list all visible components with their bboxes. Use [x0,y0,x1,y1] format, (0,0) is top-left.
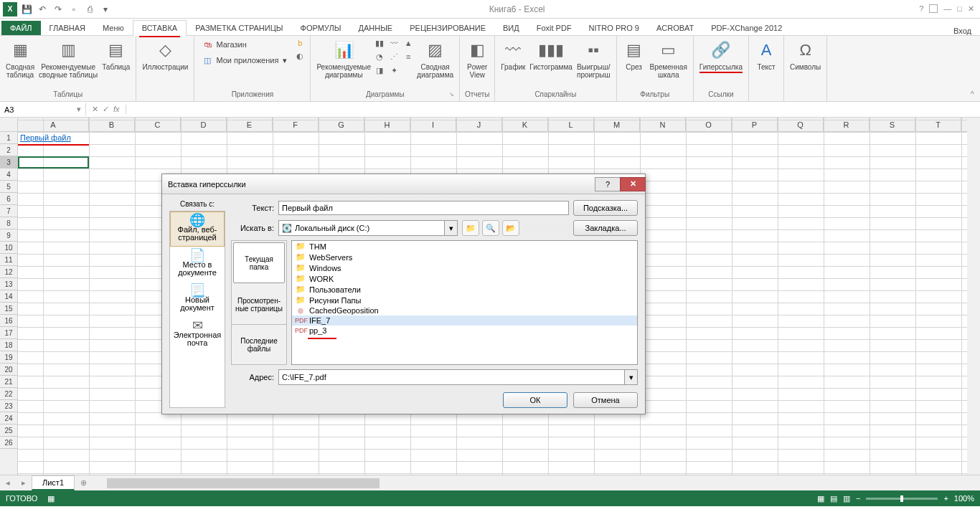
file-item[interactable]: 📁Пользователи [292,284,637,295]
tab-current-folder[interactable]: Текущая папка [233,242,285,283]
file-item[interactable]: ◎CachedGeoposition [292,305,637,315]
people-icon[interactable]: ◐ [294,50,306,62]
file-item[interactable]: 📁Рисунки Папы [292,295,637,305]
redo-icon[interactable]: ↷ [52,3,65,16]
tab-insert[interactable]: ВСТАВКА [133,20,187,36]
radar-chart-icon[interactable]: ✦ [388,65,400,76]
row-header[interactable]: 16 [0,315,17,327]
collapse-ribbon-icon[interactable]: ^ [965,87,980,101]
dialog-close-icon[interactable]: ✕ [620,177,646,191]
illustrations-button[interactable]: ◇Иллюстрации [141,37,189,72]
charts-launcher-icon[interactable]: ↘ [449,91,458,100]
row-header[interactable]: 6 [0,193,17,205]
sparkline-winloss-button[interactable]: ▪▪Выигрыш/ проигрыш [575,37,612,80]
address-combo[interactable]: C:\IFE_7.pdf▾ [278,369,638,385]
table-button[interactable]: ▤Таблица [100,37,131,72]
fx-icon[interactable]: fx [113,105,120,114]
pivot-table-button[interactable]: ▦Сводная таблица [4,37,36,80]
view-layout-icon[interactable]: ▤ [830,494,837,503]
row-header[interactable]: 15 [0,303,17,315]
row-header[interactable]: 17 [0,327,17,339]
enter-formula-icon[interactable]: ✓ [103,105,109,114]
save-icon[interactable]: 💾 [20,3,33,16]
row-header[interactable]: 7 [0,205,17,217]
dialog-titlebar[interactable]: Вставка гиперссылки ? ✕ [162,174,645,194]
line-chart-icon[interactable]: 〰 [388,37,400,49]
stock-chart-icon[interactable]: ≡ [402,51,414,62]
zoom-in-icon[interactable]: + [943,494,948,503]
pivot-chart-button[interactable]: ▨Сводная диаграмма [415,37,455,80]
file-item[interactable]: PDFIFE_7 [292,315,637,326]
tab-menu[interactable]: Меню [94,21,133,35]
qat-dropdown-icon[interactable]: ▾ [99,3,112,16]
formula-input[interactable] [126,108,980,111]
link-to-place[interactable]: 📄Место в документе [170,247,225,282]
link-to-file[interactable]: 🌐Файл, веб- страницей [170,212,225,247]
row-header[interactable]: 8 [0,217,17,229]
vertical-scrollbar[interactable] [967,118,980,475]
print-icon[interactable]: ⎙ [83,3,96,16]
tab-acrobat[interactable]: ACROBAT [648,21,702,35]
tab-recent-files[interactable]: Последние файлы [232,325,286,364]
row-header[interactable]: 19 [0,351,17,364]
zoom-level[interactable]: 100% [954,494,974,503]
row-header[interactable]: 14 [0,290,17,303]
file-list[interactable]: 📁THM📁WebServers📁Windows📁WORK📁Пользовател… [291,240,638,365]
tab-browsed-pages[interactable]: Просмотрен- ные страницы [232,285,286,325]
row-header[interactable]: 4 [0,169,17,181]
row-header[interactable]: 13 [0,278,17,290]
row-header[interactable]: 11 [0,254,17,266]
tab-file[interactable]: ФАЙЛ [1,21,41,35]
tab-pdfx[interactable]: PDF-XChange 2012 [702,21,791,35]
cell-a1[interactable]: Первый файл [18,132,89,144]
tab-view[interactable]: ВИД [494,21,528,35]
macro-icon[interactable]: ▦ [47,494,55,503]
horizontal-scrollbar[interactable] [107,478,966,488]
row-header[interactable]: 1 [0,132,17,144]
row-header[interactable]: 25 [0,424,17,437]
view-break-icon[interactable]: ▥ [843,494,850,503]
tab-review[interactable]: РЕЦЕНЗИРОВАНИЕ [401,21,494,35]
row-header[interactable]: 23 [0,400,17,412]
combo-chart-icon[interactable]: ◨ [374,65,385,76]
tab-home[interactable]: ГЛАВНАЯ [41,21,94,35]
undo-icon[interactable]: ↶ [36,3,49,16]
sheet-tab[interactable]: Лист1 [32,475,75,490]
sparkline-line-button[interactable]: 〰График [499,37,527,72]
file-item[interactable]: PDFpp_3 [292,326,637,336]
row-header[interactable]: 20 [0,364,17,376]
scatter-chart-icon[interactable]: ⋰ [388,51,400,62]
view-normal-icon[interactable]: ▦ [817,494,824,503]
close-icon[interactable]: ✕ [968,4,974,14]
tab-foxit[interactable]: Foxit PDF [528,21,580,35]
screentip-button[interactable]: Подсказка... [573,200,638,216]
sparkline-column-button[interactable]: ▮▮▮Гистограмма [528,37,574,72]
tab-page-layout[interactable]: РАЗМЕТКА СТРАНИЦЫ [187,21,291,35]
login-link[interactable]: Вход [953,27,980,35]
text-button[interactable]: AТекст [753,37,779,72]
name-box[interactable]: ▾ [0,103,86,115]
bookmark-button[interactable]: Закладка... [573,220,638,236]
row-header[interactable]: 18 [0,339,17,351]
my-apps-button[interactable]: ◫Мои приложения▾ [199,53,290,67]
row-header[interactable]: 9 [0,229,17,242]
row-header[interactable]: 24 [0,412,17,424]
zoom-out-icon[interactable]: − [856,494,860,503]
tab-data[interactable]: ДАННЫЕ [349,21,401,35]
link-to-email[interactable]: ✉Электронная почта [170,317,225,352]
tab-formulas[interactable]: ФОРМУЛЫ [292,21,350,35]
maximize-icon[interactable]: □ [957,4,962,14]
recommended-pivot-button[interactable]: ▥Рекомендуемые сводные таблицы [37,37,99,80]
file-item[interactable]: 📁WORK [292,273,637,284]
help-icon[interactable]: ? [919,4,923,14]
row-header[interactable]: 10 [0,242,17,254]
file-item[interactable]: 📁THM [292,241,637,252]
power-view-button[interactable]: ◧Power View [464,37,490,80]
recommended-charts-button[interactable]: 📊Рекомендуемые диаграммы [315,37,372,80]
lookin-combo[interactable]: 💽Локальный диск (C:)▾ [278,220,458,236]
cancel-formula-icon[interactable]: ✕ [92,105,98,114]
row-header[interactable]: 21 [0,376,17,388]
tab-nitro[interactable]: NITRO PRO 9 [580,21,648,35]
ok-button[interactable]: ОК [503,392,567,408]
text-input[interactable] [278,201,569,215]
